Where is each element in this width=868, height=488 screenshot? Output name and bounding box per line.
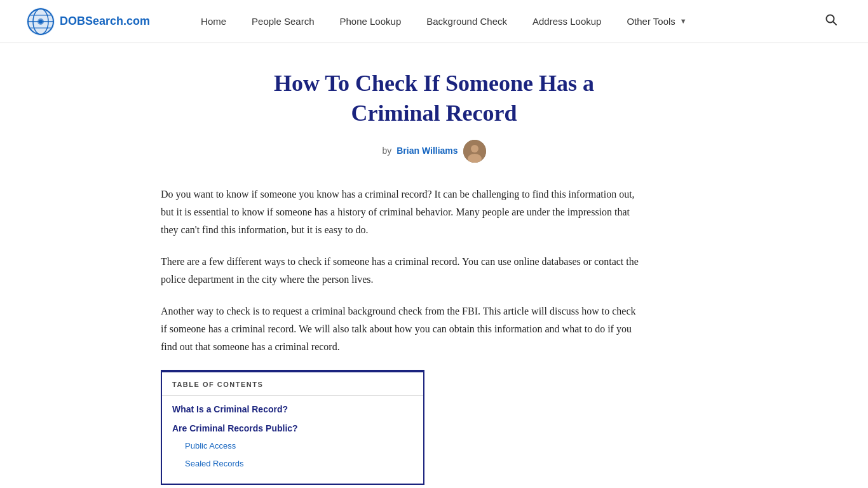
toc-header: TABLE OF CONTENTS [162, 372, 423, 396]
main-nav: Home People Search Phone Lookup Backgrou… [188, 0, 820, 43]
paragraph-3: Another way to check is to request a cri… [161, 302, 644, 356]
nav-item-people-search[interactable]: People Search [239, 0, 327, 43]
chevron-down-icon: ▼ [680, 15, 687, 27]
avatar [463, 140, 486, 163]
main-content: How To Check If Someone Has a Criminal R… [148, 43, 720, 488]
toc-link-public-records[interactable]: Are Criminal Records Public? [172, 421, 413, 437]
search-icon [825, 13, 837, 26]
nav-item-other-tools[interactable]: Other Tools ▼ [614, 0, 699, 43]
author-line: by Brian Williams [161, 140, 707, 163]
author-name[interactable]: Brian Williams [397, 144, 458, 159]
list-item: Are Criminal Records Public? Public Acce… [172, 421, 413, 471]
article-body: Do you want to know if someone you know … [161, 186, 707, 356]
svg-point-7 [39, 20, 43, 24]
list-item: Public Access [185, 439, 413, 453]
logo-icon [25, 6, 56, 37]
toc-list: What Is a Criminal Record? Are Criminal … [162, 396, 423, 484]
article-title: How To Check If Someone Has a Criminal R… [161, 69, 707, 128]
site-logo[interactable]: DOBSearch.com [25, 6, 150, 37]
toc-link-public-access[interactable]: Public Access [185, 439, 413, 453]
nav-item-home[interactable]: Home [188, 0, 239, 43]
paragraph-1: Do you want to know if someone you know … [161, 186, 644, 239]
toc-link-sealed-records[interactable]: Sealed Records [185, 457, 413, 471]
nav-item-address-lookup[interactable]: Address Lookup [520, 0, 614, 43]
toc-link-criminal-record[interactable]: What Is a Criminal Record? [172, 402, 413, 417]
toc-sub-list: Public Access Sealed Records [172, 439, 413, 471]
site-header: DOBSearch.com Home People Search Phone L… [0, 0, 868, 43]
table-of-contents: TABLE OF CONTENTS What Is a Criminal Rec… [161, 370, 424, 485]
list-item: What Is a Criminal Record? [172, 402, 413, 417]
search-button[interactable] [820, 8, 843, 34]
nav-item-phone-lookup[interactable]: Phone Lookup [327, 0, 414, 43]
nav-item-background-check[interactable]: Background Check [414, 0, 520, 43]
svg-point-11 [471, 145, 478, 152]
svg-line-9 [833, 22, 836, 25]
list-item: Sealed Records [185, 457, 413, 471]
paragraph-2: There are a few different ways to check … [161, 253, 644, 288]
logo-text: DOBSearch.com [60, 11, 150, 31]
